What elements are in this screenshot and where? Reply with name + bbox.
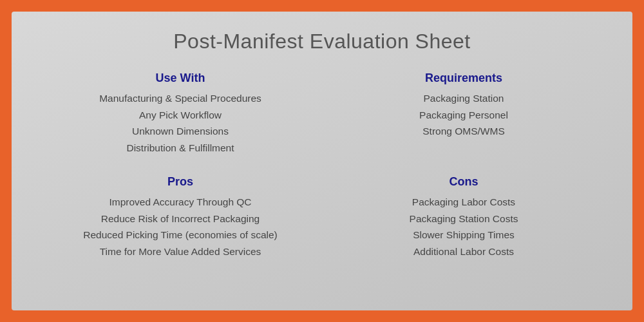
section-pros: Pros Improved Accuracy Through QC Reduce… — [58, 175, 303, 260]
list-item: Manufacturing & Special Procedures — [99, 90, 261, 107]
list-item: Strong OMS/WMS — [419, 123, 508, 140]
requirements-title: Requirements — [425, 71, 502, 85]
list-item: Reduced Picking Time (economies of scale… — [83, 227, 278, 243]
cons-title: Cons — [450, 175, 478, 189]
cons-items: Packaging Labor Costs Packaging Station … — [410, 194, 518, 260]
section-requirements: Requirements Packaging Station Packaging… — [341, 71, 586, 156]
use-with-items: Manufacturing & Special Procedures Any P… — [99, 90, 261, 156]
pros-items: Improved Accuracy Through QC Reduce Risk… — [83, 194, 278, 260]
requirements-items: Packaging Station Packaging Personel Str… — [419, 90, 508, 140]
main-card: Post-Manifest Evaluation Sheet Use With … — [12, 12, 632, 310]
pros-title: Pros — [167, 175, 193, 189]
list-item: Packaging Station — [419, 90, 508, 107]
outer-border: Post-Manifest Evaluation Sheet Use With … — [0, 0, 644, 322]
list-item: Time for More Value Added Services — [83, 243, 278, 260]
list-item: Packaging Station Costs — [410, 211, 518, 227]
section-use-with: Use With Manufacturing & Special Procedu… — [58, 71, 303, 156]
list-item: Packaging Labor Costs — [410, 194, 518, 211]
list-item: Slower Shipping Times — [410, 227, 518, 243]
section-cons: Cons Packaging Labor Costs Packaging Sta… — [341, 175, 586, 260]
list-item: Unknown Dimensions — [99, 123, 261, 140]
list-item: Distribution & Fulfillment — [99, 140, 261, 156]
use-with-title: Use With — [156, 71, 205, 85]
page-title: Post-Manifest Evaluation Sheet — [173, 30, 470, 53]
list-item: Improved Accuracy Through QC — [83, 194, 278, 211]
list-item: Packaging Personel — [419, 107, 508, 124]
list-item: Reduce Risk of Incorrect Packaging — [83, 211, 278, 227]
list-item: Additional Labor Costs — [410, 243, 518, 260]
content-grid: Use With Manufacturing & Special Procedu… — [58, 71, 586, 260]
list-item: Any Pick Workflow — [99, 107, 261, 124]
